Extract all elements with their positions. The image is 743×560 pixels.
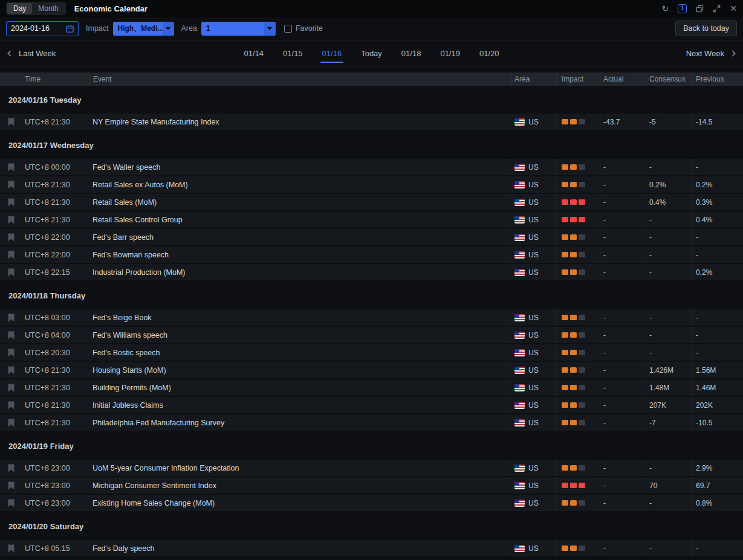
area-label: US (528, 268, 539, 277)
event-row[interactable]: UTC+8 04:00Fed's Williams speechUS--- (0, 327, 743, 344)
favorite-checkbox[interactable] (284, 25, 292, 33)
window-restore-icon[interactable] (696, 5, 704, 13)
bookmark-cell[interactable] (0, 264, 22, 280)
close-icon[interactable]: ✕ (730, 4, 737, 13)
area-label: US (528, 349, 539, 357)
event-row[interactable]: UTC+8 21:30Retail Sales Control GroupUS-… (0, 211, 743, 229)
consensus-value: 1.48M (646, 379, 692, 396)
consensus-value: - (646, 211, 692, 228)
bookmark-icon (8, 268, 15, 277)
impact-bar (562, 252, 568, 257)
event-time: UTC+8 21:30 (22, 211, 89, 228)
us-flag-icon (514, 349, 525, 356)
consensus-value: - (646, 229, 692, 245)
bookmark-cell[interactable] (0, 229, 22, 245)
bookmark-cell[interactable] (0, 495, 22, 511)
impact-indicator (556, 327, 600, 343)
bookmark-cell[interactable] (0, 176, 22, 193)
consensus-value: 1.426M (646, 362, 692, 378)
bookmark-cell[interactable] (0, 114, 22, 130)
week-day-tab[interactable]: 01/16 (320, 41, 344, 66)
area-label: US (528, 384, 539, 392)
week-day-tab[interactable]: 01/14 (242, 41, 266, 66)
bookmark-cell[interactable] (0, 309, 22, 326)
bookmark-cell[interactable] (0, 460, 22, 476)
bookmark-cell[interactable] (0, 540, 22, 556)
back-to-today-button[interactable]: Back to today (675, 21, 737, 36)
event-row[interactable]: UTC+8 21:30Building Permits (MoM)US-1.48… (0, 379, 743, 397)
bookmark-icon (8, 464, 15, 472)
week-day-tab[interactable]: 01/19 (438, 41, 462, 66)
impact-indicator (556, 176, 600, 193)
bookmark-cell[interactable] (0, 344, 22, 361)
event-row[interactable]: UTC+8 21:30Philadelphia Fed Manufacturin… (0, 414, 743, 432)
event-name: Retail Sales Control Group (89, 211, 511, 228)
week-day-tab[interactable]: 01/18 (400, 41, 423, 66)
impact-indicator (556, 495, 600, 511)
area-label: US (528, 544, 539, 553)
event-row[interactable]: UTC+8 21:30NY Empire State Manufacturing… (0, 114, 743, 131)
event-row[interactable]: UTC+8 22:00Fed's Barr speechUS--- (0, 229, 743, 246)
favorite-filter[interactable]: Favorite (284, 24, 323, 33)
event-time: UTC+8 21:30 (22, 176, 89, 193)
event-row[interactable]: UTC+8 23:00Existing Home Sales Change (M… (0, 495, 743, 512)
event-row[interactable]: UTC+8 03:00Fed's Beige BookUS--- (0, 309, 743, 327)
event-row[interactable]: UTC+8 21:30Housing Starts (MoM)US-1.426M… (0, 362, 743, 379)
impact-bar (579, 483, 585, 488)
impact-bar (579, 402, 585, 408)
impact-indicator (556, 362, 600, 378)
bookmark-cell[interactable] (0, 414, 22, 431)
week-day-tab[interactable]: 01/15 (281, 41, 305, 66)
area-select[interactable]: 1 (201, 22, 276, 36)
topbar: Day Month Economic Calendar ↻ 1 ✕ (0, 0, 743, 17)
bookmark-cell[interactable] (0, 327, 22, 343)
layout-single-icon[interactable]: 1 (678, 4, 687, 13)
event-row[interactable]: UTC+8 23:00UoM 5-year Consumer Inflation… (0, 460, 743, 477)
week-day-tab[interactable]: Today (359, 41, 384, 66)
event-row[interactable]: UTC+8 21:30Retail Sales (MoM)US-0.4%0.3% (0, 194, 743, 211)
bookmark-cell[interactable] (0, 477, 22, 494)
date-input[interactable]: 2024-01-16 (6, 21, 79, 36)
event-row[interactable]: UTC+8 22:00Fed's Bowman speechUS--- (0, 246, 743, 264)
impact-bar (570, 483, 577, 488)
impact-bar (570, 269, 577, 275)
us-flag-icon (514, 545, 525, 552)
event-row[interactable]: UTC+8 22:15Industrial Production (MoM)US… (0, 264, 743, 282)
last-week-button[interactable]: Last Week (8, 49, 56, 58)
bookmark-cell[interactable] (0, 397, 22, 413)
impact-bar (579, 420, 585, 425)
bookmark-icon (8, 181, 15, 189)
actual-value: - (600, 460, 646, 476)
actual-value: - (600, 495, 646, 511)
refresh-icon[interactable]: ↻ (662, 4, 669, 13)
event-time: UTC+8 04:00 (22, 327, 89, 343)
area-filter-label: Area (181, 24, 197, 33)
impact-bar (579, 546, 585, 551)
event-area: US (511, 246, 556, 263)
bookmark-cell[interactable] (0, 362, 22, 378)
event-row[interactable]: UTC+8 20:30Fed's Bostic speechUS--- (0, 344, 743, 362)
event-row[interactable]: UTC+8 21:30Initial Jobless ClaimsUS-207K… (0, 397, 743, 414)
day-toggle-button[interactable]: Day (7, 3, 32, 14)
week-day-tab[interactable]: 01/20 (478, 41, 501, 66)
event-area: US (511, 379, 556, 396)
impact-select[interactable]: High、Medi... (113, 22, 174, 36)
event-row[interactable]: UTC+8 00:00Fed's Waller speechUS--- (0, 159, 743, 176)
bookmark-cell[interactable] (0, 159, 22, 175)
event-row[interactable]: UTC+8 23:00Michigan Consumer Sentiment I… (0, 477, 743, 495)
bookmark-cell[interactable] (0, 194, 22, 210)
month-toggle-button[interactable]: Month (32, 3, 64, 14)
next-week-button[interactable]: Next Week (686, 49, 735, 58)
expand-icon[interactable] (713, 5, 721, 13)
bookmark-cell[interactable] (0, 211, 22, 228)
event-row[interactable]: UTC+8 21:30Retail Sales ex Autos (MoM)US… (0, 176, 743, 194)
impact-indicator (556, 540, 600, 556)
event-row[interactable]: UTC+8 05:15Fed's Daly speechUS--- (0, 540, 743, 558)
bookmark-cell[interactable] (0, 379, 22, 396)
event-name: Fed's Barr speech (89, 229, 511, 245)
actual-value: -43.7 (600, 114, 646, 130)
bookmark-cell[interactable] (0, 246, 22, 263)
event-area: US (511, 362, 556, 378)
impact-indicator (556, 344, 600, 361)
event-area: US (511, 114, 556, 130)
